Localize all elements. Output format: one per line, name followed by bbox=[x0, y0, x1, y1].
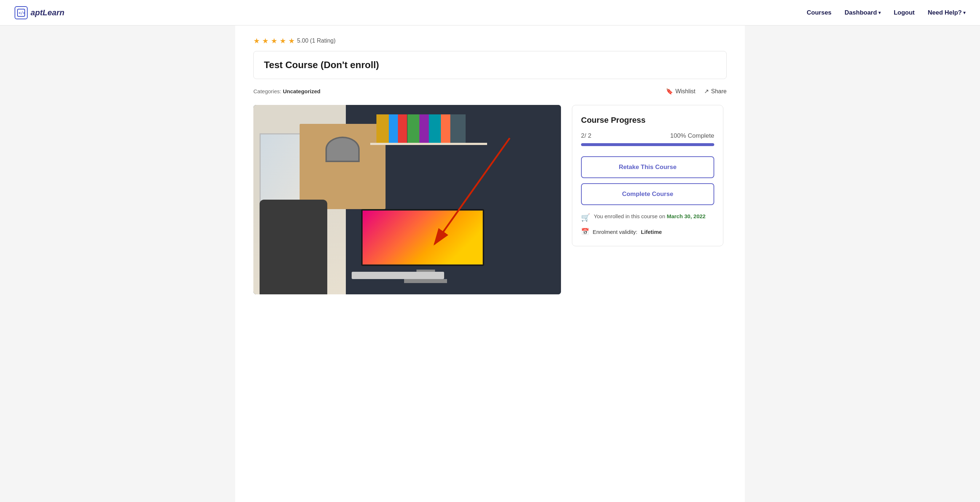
course-image bbox=[253, 105, 561, 294]
monitor-base bbox=[404, 279, 447, 283]
share-button[interactable]: ↗ Share bbox=[704, 88, 727, 95]
validity-label: Enrolment validity: bbox=[593, 229, 638, 235]
rating-row: ★ ★ ★ ★ ★ 5.00 (1 Rating) bbox=[253, 37, 727, 45]
progress-fraction: 2/ 2 bbox=[581, 132, 591, 140]
star-2-icon: ★ bbox=[262, 37, 269, 45]
progress-bar-fill bbox=[581, 143, 714, 146]
nav-logout[interactable]: Logout bbox=[894, 9, 915, 16]
star-1-icon: ★ bbox=[253, 37, 260, 45]
validity-value: Lifetime bbox=[641, 229, 662, 235]
category-text: Categories: Uncategorized bbox=[253, 88, 320, 94]
desk-scene bbox=[253, 105, 561, 294]
star-4-icon: ★ bbox=[280, 37, 286, 45]
course-title: Test Course (Don't enroll) bbox=[264, 59, 716, 71]
star-3-icon: ★ bbox=[271, 37, 277, 45]
course-main: Course Progress 2/ 2 100% Complete Retak… bbox=[253, 105, 727, 294]
category-row: Categories: Uncategorized 🔖 Wishlist ↗ S… bbox=[253, 88, 727, 95]
pegboard bbox=[300, 124, 386, 209]
course-title-box: Test Course (Don't enroll) bbox=[253, 51, 727, 79]
validity-info: 📅 Enrolment validity: Lifetime bbox=[581, 228, 714, 236]
shelf bbox=[370, 143, 487, 145]
logo[interactable]: </> aptLearn bbox=[14, 6, 64, 19]
logo-text: aptLearn bbox=[30, 8, 64, 18]
share-icon: ↗ bbox=[704, 88, 709, 95]
nav-dashboard[interactable]: Dashboard ▾ bbox=[845, 9, 881, 16]
site-header: </> aptLearn Courses Dashboard ▾ Logout … bbox=[0, 0, 980, 25]
retake-course-button[interactable]: Retake This Course bbox=[581, 156, 714, 178]
progress-panel-title: Course Progress bbox=[581, 115, 714, 125]
monitor bbox=[361, 209, 484, 266]
nav-courses[interactable]: Courses bbox=[807, 9, 832, 16]
enrollment-date: March 30, 2022 bbox=[667, 213, 705, 219]
main-nav: Courses Dashboard ▾ Logout Need Help? ▾ bbox=[807, 9, 966, 16]
nav-need-help[interactable]: Need Help? ▾ bbox=[928, 9, 966, 16]
cart-icon: 🛒 bbox=[581, 213, 590, 222]
enrollment-text: You enrolled in this course on bbox=[594, 213, 665, 219]
calendar-icon: 📅 bbox=[581, 228, 589, 236]
enrollment-info: 🛒 You enrolled in this course on March 3… bbox=[581, 213, 714, 222]
progress-bar-container bbox=[581, 143, 714, 146]
rating-text: 5.00 (1 Rating) bbox=[297, 38, 336, 44]
progress-panel: Course Progress 2/ 2 100% Complete Retak… bbox=[572, 105, 723, 246]
category-value: Uncategorized bbox=[283, 88, 320, 94]
progress-percent: 100% Complete bbox=[670, 132, 714, 140]
dashboard-chevron-icon: ▾ bbox=[878, 10, 881, 15]
action-links: 🔖 Wishlist ↗ Share bbox=[666, 88, 727, 95]
wishlist-button[interactable]: 🔖 Wishlist bbox=[666, 88, 695, 95]
logo-icon: </> bbox=[14, 6, 28, 19]
page-content: ★ ★ ★ ★ ★ 5.00 (1 Rating) Test Course (D… bbox=[235, 25, 745, 502]
svg-text:</>: </> bbox=[19, 11, 25, 15]
bookmark-icon: 🔖 bbox=[666, 88, 673, 95]
star-5-icon: ★ bbox=[288, 37, 295, 45]
complete-course-button[interactable]: Complete Course bbox=[581, 183, 714, 205]
need-help-chevron-icon: ▾ bbox=[963, 10, 966, 15]
progress-stats: 2/ 2 100% Complete bbox=[581, 132, 714, 140]
